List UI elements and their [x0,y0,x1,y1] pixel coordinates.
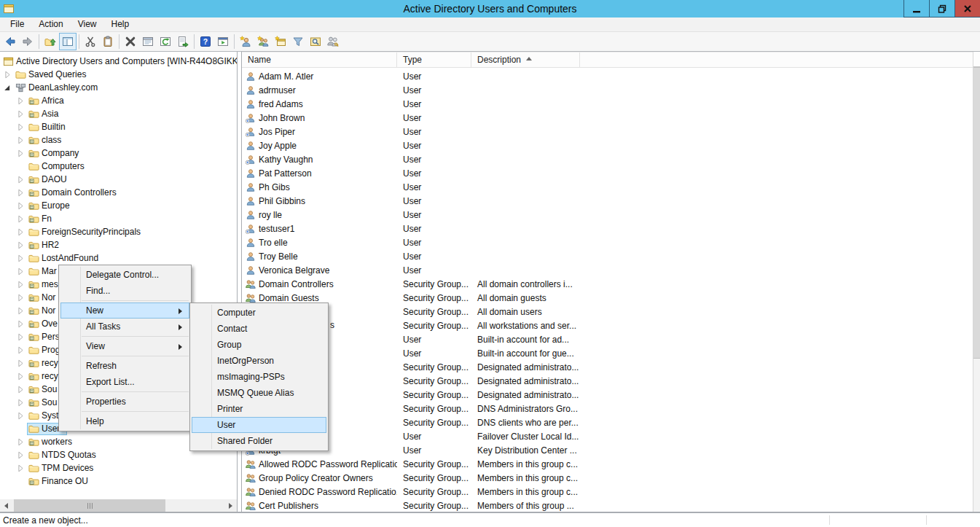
tree-item-computers[interactable]: Computers [0,160,237,173]
list-row-phil-gibbins[interactable]: Phil GibbinsUser [242,194,973,208]
tree-item-hr2[interactable]: HR2 [0,238,237,251]
tree-item-fn[interactable]: Fn [0,212,237,225]
expander-collapsed-icon[interactable] [16,359,26,368]
expander-collapsed-icon[interactable] [16,346,26,355]
tree-item-class[interactable]: class [0,133,237,147]
toolbar-find-object-button[interactable] [307,33,324,50]
tree-item-deanlashley-com[interactable]: DeanLashley.com [0,81,237,94]
list-row-allowed-rodc-password-replicatio[interactable]: Allowed RODC Password Replicatio...Secur… [242,457,973,471]
list-row-troy-belle[interactable]: Troy BelleUser [242,249,973,263]
toolbar-forward-button[interactable] [19,33,36,50]
expander-collapsed-icon[interactable] [16,175,26,184]
list-row-hidden[interactable]: Security Group...Designated administrato… [242,388,973,402]
list-row-jos-piper[interactable]: Jos PiperUser [242,125,973,138]
expander-collapsed-icon[interactable] [16,96,26,106]
scroll-right-button[interactable] [224,499,237,512]
tree-item-finance-ou[interactable]: Finance OU [0,475,237,488]
expander-collapsed-icon[interactable] [16,188,26,198]
expander-collapsed-icon[interactable] [16,385,26,394]
list-row-roy-lle[interactable]: roy lleUser [242,208,973,222]
new-submenu-item-msimaging-psps[interactable]: msImaging-PSPs [192,369,326,385]
context-menu-item-delegate-control[interactable]: Delegate Control... [60,267,189,283]
toolbar-new-group-button[interactable] [254,33,272,50]
expander-collapsed-icon[interactable] [16,372,26,381]
menu-help[interactable]: Help [104,17,137,31]
list-row-tro-elle[interactable]: Tro elleUser [242,235,973,249]
context-menu-item-find[interactable]: Find... [60,283,189,299]
toolbar-help-button[interactable]: ? [197,33,214,50]
toolbar-paste-button[interactable] [99,33,117,50]
toolbar-delete-button[interactable] [122,33,139,50]
tree-item-daou[interactable]: DAOU [0,173,237,186]
expander-collapsed-icon[interactable] [16,332,26,342]
list-row-pat-patterson[interactable]: Pat PattersonUser [242,166,973,180]
toolbar-refresh-button[interactable] [157,33,174,50]
context-menu-item-new[interactable]: New [60,302,189,319]
expander-collapsed-icon[interactable] [16,254,26,263]
list-row-kathy-vaughn[interactable]: Kathy VaughnUser [242,152,973,166]
list-row-krbtgt[interactable]: krbtgtUserKey Distribution Center ... [242,443,973,457]
new-submenu-item-shared-folder[interactable]: Shared Folder [192,433,326,449]
tree-item-company[interactable]: Company [0,147,237,160]
context-menu-item-view[interactable]: View [60,338,189,354]
expander-collapsed-icon[interactable] [16,464,26,473]
list-row-domain-guests[interactable]: Domain GuestsSecurity Group...All domain… [242,291,973,305]
tree-item-asia[interactable]: Asia [0,107,237,120]
expander-collapsed-icon[interactable] [16,149,26,158]
tree-item-domain-controllers[interactable]: Domain Controllers [0,186,237,199]
context-menu-item-help[interactable]: Help [60,413,189,429]
expander-collapsed-icon[interactable] [16,398,26,407]
tree-item-europe[interactable]: Europe [0,199,237,212]
toolbar-back-button[interactable] [1,33,19,50]
expander-collapsed-icon[interactable] [16,319,26,329]
expander-collapsed-icon[interactable] [16,280,26,289]
toolbar-properties-button[interactable] [139,33,157,50]
expander-expanded-icon[interactable] [3,83,12,93]
scroll-left-button[interactable] [0,499,12,512]
expander-collapsed-icon[interactable] [16,201,26,211]
new-submenu-item-msmq-queue-alias[interactable]: MSMQ Queue Alias [192,385,326,401]
expander-collapsed-icon[interactable] [16,450,26,460]
list-row-denied-rodc-password-replicatio[interactable]: Denied RODC Password Replicatio...Securi… [242,485,973,499]
list-vertical-scrollbar[interactable] [973,52,980,512]
toolbar-filter-button[interactable] [289,33,307,50]
tree-item-foreignsecurityprincipals[interactable]: ForeignSecurityPrincipals [0,225,237,238]
column-header-description[interactable]: Description [471,52,580,67]
expander-collapsed-icon[interactable] [16,306,26,316]
scrollbar-thumb[interactable] [973,67,980,359]
list-row-hidden[interactable]: UserBuilt-in account for gue... [242,346,973,360]
expander-collapsed-icon[interactable] [16,122,26,132]
tree-item-builtin[interactable]: Builtin [0,120,237,133]
expander-collapsed-icon[interactable] [16,437,26,447]
tree-horizontal-scrollbar[interactable] [0,499,237,512]
minimize-button[interactable] [903,0,929,17]
list-row-fred-adams[interactable]: fred AdamsUser [242,97,973,111]
list-row-hidden[interactable]: Security Group...DNS clients who are per… [242,415,973,429]
list-row-hidden[interactable]: UserFailover Cluster Local Id... [242,429,973,443]
list-row-cert-publishers[interactable]: Cert PublishersSecurity Group...Members … [242,499,973,512]
scrollbar-track[interactable] [12,499,224,512]
list-row-hidden[interactable]: UserBuilt-in account for ad... [242,332,973,346]
toolbar-cut-button[interactable] [82,33,99,50]
list-row-hidden[interactable]: Security Group...Designated administrato… [242,360,973,374]
tree-item-tpm-devices[interactable]: TPM Devices [0,461,237,475]
list-row-ph-gibs[interactable]: Ph GibsUser [242,180,973,194]
context-menu-item-all-tasks[interactable]: All Tasks [60,319,189,335]
list-row-testuser1[interactable]: testuser1User [242,222,973,235]
expander-collapsed-icon[interactable] [16,293,26,302]
new-submenu-item-printer[interactable]: Printer [192,401,326,417]
new-submenu-item-contact[interactable]: Contact [192,321,326,337]
list-row-domain-controllers[interactable]: Domain ControllersSecurity Group...All d… [242,277,973,291]
list-row-group-policy-creator-owners[interactable]: Group Policy Creator OwnersSecurity Grou… [242,471,973,485]
expander-collapsed-icon[interactable] [3,70,12,79]
close-button[interactable] [954,0,980,17]
new-submenu-item-group[interactable]: Group [192,337,326,353]
tree-item-lostandfound[interactable]: LostAndFound [0,251,237,265]
menu-action[interactable]: Action [31,17,70,31]
list-row-adam-m-atler[interactable]: Adam M. AtlerUser [242,69,973,83]
expander-collapsed-icon[interactable] [16,227,26,237]
toolbar-up-one-level-button[interactable] [42,33,59,50]
expander-collapsed-icon[interactable] [16,241,26,250]
list-row-hidden[interactable]: Security Group...Designated administrato… [242,374,973,388]
list-row-hidden[interactable]: Security Group...DNS Administrators Gro.… [242,402,973,415]
